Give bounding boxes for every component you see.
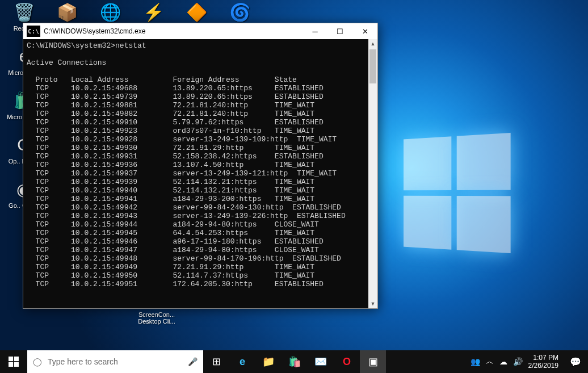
scroll-down-arrow[interactable]: ▼ — [368, 299, 377, 308]
winamp-icon: ⚡ — [141, 0, 165, 24]
maximize-button[interactable]: ☐ — [327, 23, 352, 39]
taskbar-store[interactable]: 🛍️ — [282, 350, 308, 373]
people-icon[interactable]: 👥 — [471, 357, 480, 366]
taskbar-search[interactable]: ◯ Type here to search 🎤 — [27, 350, 203, 373]
clock-date: 2/26/2019 — [528, 362, 558, 370]
cmd-title: C:\WINDOWS\system32\cmd.exe — [44, 27, 303, 35]
svg-rect-0 — [9, 357, 13, 361]
task-view-button[interactable]: ⊞ — [203, 350, 229, 373]
clock-time: 1:07 PM — [528, 354, 558, 362]
start-button[interactable] — [0, 350, 27, 373]
taskbar-file-explorer[interactable]: 📁 — [255, 350, 282, 373]
windows-logo-wallpaper — [404, 133, 511, 253]
globe-icon: 🌐 — [98, 0, 122, 24]
mic-icon[interactable]: 🎤 — [188, 357, 198, 366]
cmd-scrollbar[interactable]: ▲ ▼ — [368, 39, 377, 308]
system-tray: 👥 ︿ ☁ 🔊 1:07 PM 2/26/2019 — [466, 350, 563, 373]
tray-chevron-up-icon[interactable]: ︿ — [486, 357, 494, 367]
scroll-thumb[interactable] — [369, 49, 376, 83]
taskbar: ◯ Type here to search 🎤 ⊞ e 📁 🛍️ ✉️ O ▣ … — [0, 350, 588, 373]
minimize-button[interactable]: ─ — [303, 23, 327, 39]
search-placeholder: Type here to search — [48, 357, 118, 366]
windows-icon — [9, 357, 19, 367]
cmd-terminal[interactable]: C:\WINDOWS\system32>netstat Active Conne… — [23, 39, 377, 308]
jar-icon: 📦 — [55, 0, 79, 24]
chrome-canary-icon: 🌀 — [228, 0, 251, 24]
taskbar-edge[interactable]: e — [229, 350, 255, 373]
cmd-window[interactable]: C:\ C:\WINDOWS\system32\cmd.exe ─ ☐ ✕ C:… — [23, 23, 378, 309]
screenconnect-shortcut-label[interactable]: ScreenCon... Desktop Cli... — [134, 311, 179, 325]
cmd-titlebar[interactable]: C:\ C:\WINDOWS\system32\cmd.exe ─ ☐ ✕ — [23, 23, 377, 39]
onedrive-icon[interactable]: ☁ — [499, 357, 507, 366]
action-center-button[interactable]: 💬 — [563, 350, 588, 373]
cortana-circle-icon: ◯ — [33, 357, 42, 366]
scroll-up-arrow[interactable]: ▲ — [368, 39, 377, 48]
close-button[interactable]: ✕ — [352, 23, 377, 39]
taskbar-clock[interactable]: 1:07 PM 2/26/2019 — [528, 354, 558, 370]
taskbar-cmd[interactable]: ▣ — [360, 350, 386, 373]
svg-rect-3 — [14, 362, 19, 367]
volume-icon[interactable]: 🔊 — [513, 357, 523, 366]
taskbar-opera[interactable]: O — [334, 350, 360, 373]
svg-rect-1 — [14, 357, 19, 361]
svg-rect-2 — [9, 362, 13, 367]
cmd-icon: C:\ — [27, 26, 40, 37]
vlc-icon: 🔶 — [184, 0, 208, 24]
recycle-bin-icon: 🗑️ — [12, 0, 36, 24]
taskbar-mail[interactable]: ✉️ — [308, 350, 334, 373]
